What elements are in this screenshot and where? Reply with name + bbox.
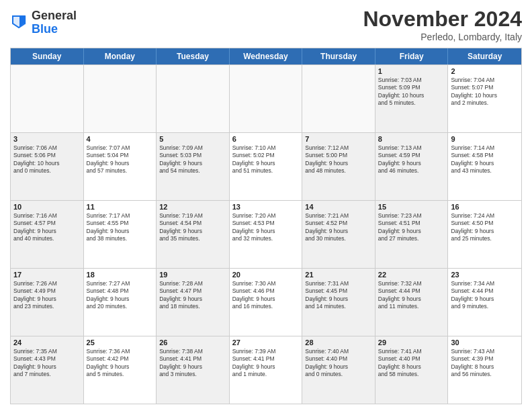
- day-info: Sunrise: 7:09 AM Sunset: 5:03 PM Dayligh…: [159, 144, 226, 175]
- calendar-cell: 29Sunrise: 7:41 AM Sunset: 4:40 PM Dayli…: [375, 336, 449, 404]
- weekday-header: Thursday: [302, 48, 375, 64]
- calendar-cell: 11Sunrise: 7:17 AM Sunset: 4:55 PM Dayli…: [84, 201, 157, 268]
- calendar-cell: 3Sunrise: 7:06 AM Sunset: 5:06 PM Daylig…: [11, 133, 84, 200]
- day-number: 18: [87, 271, 154, 279]
- calendar-cell: [84, 65, 157, 132]
- header: General Blue November 2024 Perledo, Lomb…: [10, 7, 522, 42]
- calendar-cell: 7Sunrise: 7:12 AM Sunset: 5:00 PM Daylig…: [302, 133, 375, 200]
- calendar-cell: [302, 65, 375, 132]
- calendar-cell: 13Sunrise: 7:20 AM Sunset: 4:53 PM Dayli…: [230, 201, 303, 268]
- day-number: 16: [451, 203, 519, 211]
- day-number: 22: [378, 271, 445, 279]
- day-number: 23: [451, 271, 519, 279]
- calendar-cell: 5Sunrise: 7:09 AM Sunset: 5:03 PM Daylig…: [157, 133, 230, 200]
- calendar-row: 1Sunrise: 7:03 AM Sunset: 5:09 PM Daylig…: [11, 64, 521, 132]
- day-info: Sunrise: 7:35 AM Sunset: 4:43 PM Dayligh…: [13, 348, 81, 379]
- day-info: Sunrise: 7:17 AM Sunset: 4:55 PM Dayligh…: [87, 212, 154, 243]
- calendar-cell: 30Sunrise: 7:43 AM Sunset: 4:39 PM Dayli…: [448, 336, 521, 404]
- calendar-cell: 25Sunrise: 7:36 AM Sunset: 4:42 PM Dayli…: [84, 336, 157, 404]
- calendar-cell: 21Sunrise: 7:31 AM Sunset: 4:45 PM Dayli…: [302, 269, 375, 336]
- day-number: 17: [13, 271, 81, 279]
- day-number: 8: [378, 135, 445, 143]
- logo: General Blue: [10, 9, 77, 36]
- weekday-header: Wednesday: [230, 48, 303, 64]
- day-info: Sunrise: 7:36 AM Sunset: 4:42 PM Dayligh…: [87, 348, 154, 379]
- calendar-cell: 2Sunrise: 7:04 AM Sunset: 5:07 PM Daylig…: [448, 65, 521, 132]
- day-number: 3: [13, 135, 81, 143]
- day-number: 7: [305, 135, 372, 143]
- day-number: 14: [305, 203, 372, 211]
- weekday-header: Tuesday: [157, 48, 230, 64]
- weekday-header: Sunday: [11, 48, 84, 64]
- day-info: Sunrise: 7:19 AM Sunset: 4:54 PM Dayligh…: [159, 212, 226, 243]
- calendar-row: 17Sunrise: 7:26 AM Sunset: 4:49 PM Dayli…: [11, 268, 521, 336]
- day-info: Sunrise: 7:07 AM Sunset: 5:04 PM Dayligh…: [87, 144, 154, 175]
- day-info: Sunrise: 7:30 AM Sunset: 4:46 PM Dayligh…: [232, 280, 300, 311]
- day-info: Sunrise: 7:16 AM Sunset: 4:57 PM Dayligh…: [13, 212, 81, 243]
- day-number: 26: [159, 338, 226, 347]
- day-number: 4: [87, 135, 154, 143]
- day-info: Sunrise: 7:20 AM Sunset: 4:53 PM Dayligh…: [232, 212, 300, 243]
- calendar-cell: [157, 65, 230, 132]
- calendar-cell: 10Sunrise: 7:16 AM Sunset: 4:57 PM Dayli…: [11, 201, 84, 268]
- calendar: SundayMondayTuesdayWednesdayThursdayFrid…: [10, 48, 522, 404]
- calendar-cell: 14Sunrise: 7:21 AM Sunset: 4:52 PM Dayli…: [302, 201, 375, 268]
- day-number: 30: [451, 338, 519, 347]
- calendar-cell: 17Sunrise: 7:26 AM Sunset: 4:49 PM Dayli…: [11, 269, 84, 336]
- location: Perledo, Lombardy, Italy: [363, 32, 522, 42]
- day-number: 6: [232, 135, 300, 143]
- day-number: 10: [13, 203, 81, 211]
- day-number: 13: [232, 203, 300, 211]
- day-number: 11: [87, 203, 154, 211]
- day-info: Sunrise: 7:03 AM Sunset: 5:09 PM Dayligh…: [378, 77, 445, 107]
- day-info: Sunrise: 7:32 AM Sunset: 4:44 PM Dayligh…: [378, 280, 445, 311]
- day-info: Sunrise: 7:14 AM Sunset: 4:58 PM Dayligh…: [451, 144, 519, 175]
- logo-text: General Blue: [32, 9, 77, 36]
- page: General Blue November 2024 Perledo, Lomb…: [0, 0, 532, 411]
- day-number: 20: [232, 271, 300, 279]
- weekday-header: Monday: [84, 48, 157, 64]
- day-number: 19: [159, 271, 226, 279]
- weekday-header: Friday: [375, 48, 449, 64]
- day-info: Sunrise: 7:31 AM Sunset: 4:45 PM Dayligh…: [305, 280, 372, 311]
- day-info: Sunrise: 7:40 AM Sunset: 4:40 PM Dayligh…: [305, 348, 372, 379]
- calendar-cell: 28Sunrise: 7:40 AM Sunset: 4:40 PM Dayli…: [302, 336, 375, 404]
- day-info: Sunrise: 7:24 AM Sunset: 4:50 PM Dayligh…: [451, 212, 519, 243]
- calendar-row: 3Sunrise: 7:06 AM Sunset: 5:06 PM Daylig…: [11, 132, 521, 200]
- calendar-cell: 6Sunrise: 7:10 AM Sunset: 5:02 PM Daylig…: [230, 133, 303, 200]
- day-number: 24: [13, 338, 81, 347]
- day-info: Sunrise: 7:21 AM Sunset: 4:52 PM Dayligh…: [305, 212, 372, 243]
- calendar-cell: 20Sunrise: 7:30 AM Sunset: 4:46 PM Dayli…: [230, 269, 303, 336]
- day-info: Sunrise: 7:04 AM Sunset: 5:07 PM Dayligh…: [451, 77, 519, 107]
- day-number: 2: [451, 67, 519, 75]
- day-info: Sunrise: 7:23 AM Sunset: 4:51 PM Dayligh…: [378, 212, 445, 243]
- calendar-cell: [11, 65, 84, 132]
- day-number: 15: [378, 203, 445, 211]
- day-info: Sunrise: 7:39 AM Sunset: 4:41 PM Dayligh…: [232, 348, 300, 379]
- month-year: November 2024: [363, 7, 522, 32]
- calendar-cell: 24Sunrise: 7:35 AM Sunset: 4:43 PM Dayli…: [11, 336, 84, 404]
- calendar-body: 1Sunrise: 7:03 AM Sunset: 5:09 PM Daylig…: [11, 64, 521, 404]
- calendar-cell: 18Sunrise: 7:27 AM Sunset: 4:48 PM Dayli…: [84, 269, 157, 336]
- day-number: 28: [305, 338, 372, 347]
- calendar-cell: 8Sunrise: 7:13 AM Sunset: 4:59 PM Daylig…: [375, 133, 449, 200]
- calendar-row: 24Sunrise: 7:35 AM Sunset: 4:43 PM Dayli…: [11, 336, 521, 404]
- day-info: Sunrise: 7:13 AM Sunset: 4:59 PM Dayligh…: [378, 144, 445, 175]
- calendar-cell: 1Sunrise: 7:03 AM Sunset: 5:09 PM Daylig…: [375, 65, 449, 132]
- day-number: 27: [232, 338, 300, 347]
- day-number: 25: [87, 338, 154, 347]
- calendar-header-row: SundayMondayTuesdayWednesdayThursdayFrid…: [11, 48, 521, 64]
- day-number: 5: [159, 135, 226, 143]
- logo-icon: [10, 13, 29, 32]
- calendar-cell: 26Sunrise: 7:38 AM Sunset: 4:41 PM Dayli…: [157, 336, 230, 404]
- calendar-cell: 22Sunrise: 7:32 AM Sunset: 4:44 PM Dayli…: [375, 269, 449, 336]
- title-block: November 2024 Perledo, Lombardy, Italy: [363, 7, 522, 42]
- calendar-cell: 16Sunrise: 7:24 AM Sunset: 4:50 PM Dayli…: [448, 201, 521, 268]
- day-info: Sunrise: 7:06 AM Sunset: 5:06 PM Dayligh…: [13, 144, 81, 175]
- logo-general-text: General: [32, 9, 77, 23]
- calendar-row: 10Sunrise: 7:16 AM Sunset: 4:57 PM Dayli…: [11, 200, 521, 268]
- calendar-cell: 23Sunrise: 7:34 AM Sunset: 4:44 PM Dayli…: [448, 269, 521, 336]
- day-info: Sunrise: 7:41 AM Sunset: 4:40 PM Dayligh…: [378, 348, 445, 379]
- day-number: 1: [378, 67, 445, 75]
- day-info: Sunrise: 7:43 AM Sunset: 4:39 PM Dayligh…: [451, 348, 519, 379]
